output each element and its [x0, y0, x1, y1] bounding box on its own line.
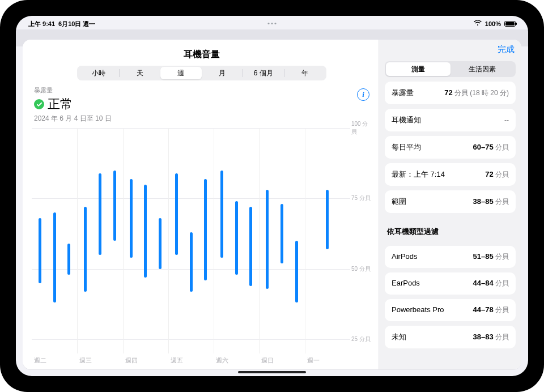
filter-1-label: EarPods — [392, 279, 420, 287]
x-tick-label: 週五 — [171, 356, 183, 365]
metric-3-label: 最新：上午 7:14 — [392, 169, 445, 180]
chart-bar — [204, 179, 207, 280]
metric-4[interactable]: 範圍38–85 分貝 — [385, 190, 516, 213]
chart-bar — [99, 173, 101, 255]
info-icon[interactable]: i — [357, 88, 369, 101]
seg-item-5[interactable]: 年 — [284, 67, 325, 79]
date-range: 2024 年 6 月 4 日至 10 日 — [34, 114, 369, 123]
metric-2-label: 每日平均 — [392, 142, 421, 152]
y-tick-label: 75 分貝 — [351, 194, 372, 202]
metric-2[interactable]: 每日平均60–75 分貝 — [385, 136, 516, 159]
x-tick-label: 週六 — [216, 356, 228, 365]
metric-4-value: 38–85 分貝 — [473, 197, 509, 207]
chart-bar — [220, 171, 223, 258]
exposure-small-label: 暴露量 — [34, 86, 369, 95]
page-title: 耳機音量 — [184, 49, 220, 61]
chart-bar — [39, 218, 41, 283]
chart-bar — [144, 185, 147, 278]
chart-bar — [113, 171, 116, 241]
chart-bar — [326, 190, 329, 249]
chart-bar — [84, 207, 87, 291]
chart-bar — [175, 173, 178, 255]
y-tick-label: 100 分貝 — [351, 120, 372, 136]
status-bar: 上午 9:41 6月10日 週一 100% — [16, 18, 528, 29]
metric-0-label: 暴露量 — [392, 88, 414, 98]
x-tick-label: 週一 — [307, 356, 320, 365]
chart-bar — [295, 241, 298, 302]
filter-0-value: 51–85 分貝 — [473, 252, 509, 262]
metric-2-value: 60–75 分貝 — [473, 143, 509, 152]
filter-3[interactable]: 未知38–83 分貝 — [385, 326, 516, 348]
metric-4-label: 範圍 — [392, 197, 406, 207]
time-range-segmented[interactable]: 小時天週月6 個月年 — [77, 66, 326, 80]
done-button[interactable]: 完成 — [498, 44, 515, 55]
metric-1-value: -- — [504, 116, 509, 124]
x-tick-label: 週三 — [79, 356, 92, 365]
headphone-level-chart[interactable]: 25 分貝50 分貝75 分貝100 分貝週二週三週四週五週六週日週一 — [32, 128, 372, 366]
side-tab-1[interactable]: 生活因素 — [450, 62, 515, 76]
metric-0[interactable]: 暴露量72 分貝 (18 時 20 分) — [385, 82, 516, 104]
exposure-status: 正常 — [48, 96, 73, 113]
seg-item-1[interactable]: 天 — [120, 67, 160, 79]
multitask-dots[interactable] — [268, 23, 277, 24]
wifi-icon — [474, 20, 482, 27]
status-ok-icon — [34, 99, 44, 109]
seg-item-3[interactable]: 月 — [202, 67, 243, 79]
x-tick-label: 週四 — [125, 356, 138, 365]
chart-bar — [235, 201, 238, 274]
filter-0-label: AirPods — [392, 252, 418, 261]
status-date: 6月10日 週一 — [58, 20, 95, 28]
chart-bar — [53, 212, 56, 302]
y-tick-label: 25 分貝 — [351, 335, 372, 343]
chart-bar — [67, 244, 70, 275]
seg-item-2[interactable]: 週 — [160, 67, 201, 79]
chart-bar — [130, 179, 133, 258]
chart-bar — [280, 204, 283, 263]
chart-bar — [249, 207, 252, 286]
chart-bar — [266, 190, 269, 288]
battery-icon — [504, 21, 516, 27]
filter-3-value: 38–83 分貝 — [473, 333, 509, 342]
status-time: 上午 9:41 — [28, 20, 55, 28]
metric-3[interactable]: 最新：上午 7:1472 分貝 — [385, 163, 516, 186]
metric-1-label: 耳機通知 — [392, 115, 421, 125]
chart-bar — [159, 218, 162, 269]
side-tab-0[interactable]: 測量 — [386, 62, 450, 76]
filter-1-value: 44–84 分貝 — [473, 279, 509, 288]
filter-0[interactable]: AirPods51–85 分貝 — [385, 246, 516, 268]
home-indicator[interactable] — [238, 371, 306, 373]
x-tick-label: 週二 — [34, 356, 46, 365]
metric-0-value: 72 分貝 (18 時 20 分) — [444, 88, 509, 98]
chart-bar — [190, 232, 193, 291]
filter-2-label: Powerbeats Pro — [392, 305, 444, 314]
battery-pct: 100% — [485, 20, 501, 27]
metric-3-value: 72 分貝 — [485, 170, 509, 180]
y-tick-label: 50 分貝 — [351, 265, 372, 273]
seg-item-4[interactable]: 6 個月 — [243, 67, 284, 79]
x-tick-label: 週日 — [261, 356, 274, 365]
filter-section-header: 依耳機類型過濾 — [385, 222, 516, 237]
filter-2[interactable]: Powerbeats Pro44–78 分貝 — [385, 299, 516, 321]
metric-1[interactable]: 耳機通知-- — [385, 109, 516, 131]
seg-item-0[interactable]: 小時 — [78, 67, 119, 79]
filter-3-label: 未知 — [392, 332, 406, 342]
filter-1[interactable]: EarPods44–84 分貝 — [385, 272, 516, 295]
filter-2-value: 44–78 分貝 — [473, 305, 509, 315]
side-tabs-segmented[interactable]: 測量生活因素 — [385, 61, 516, 77]
